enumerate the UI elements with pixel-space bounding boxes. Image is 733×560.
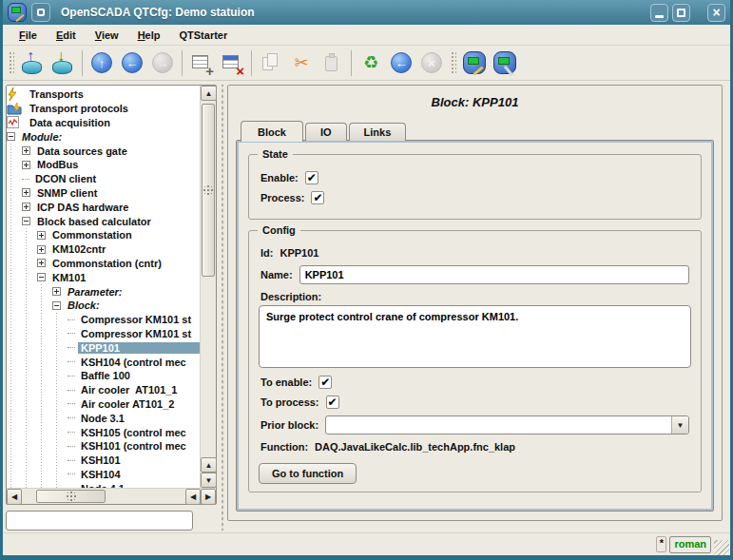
tree-item-icp-das-hardware[interactable]: ICP DAS hardware bbox=[7, 200, 200, 214]
tree-pane: TransportsTransport protocolsData acquis… bbox=[6, 85, 217, 531]
expand-icon[interactable] bbox=[22, 146, 30, 155]
titlebar[interactable]: OpenSCADA QTCfg: Demo statuion × bbox=[3, 0, 730, 25]
process-checkbox[interactable]: ✔ bbox=[311, 191, 324, 204]
expand-icon[interactable] bbox=[22, 188, 30, 197]
vscroll-track[interactable] bbox=[201, 101, 216, 457]
expand-icon[interactable] bbox=[52, 287, 61, 296]
user-badge[interactable]: roman bbox=[669, 536, 711, 553]
id-value: KPP101 bbox=[280, 247, 318, 259]
scroll-right-button[interactable]: ▶ bbox=[201, 489, 216, 505]
reload-page-button[interactable]: ← bbox=[387, 48, 415, 77]
tree-item-ksh105-control-mec[interactable]: KSH105 (control mec bbox=[7, 425, 200, 439]
tree-item-km102cntr[interactable]: KM102cntr bbox=[7, 242, 200, 257]
tree-item-kpp101[interactable]: KPP101 bbox=[7, 340, 200, 355]
refresh-button[interactable]: ♻ bbox=[357, 48, 385, 77]
tree-item-air-cooler-at101-2[interactable]: Air cooler AT101_2 bbox=[7, 397, 200, 412]
scroll-left-button[interactable]: ◀ bbox=[7, 489, 22, 505]
tree-item-snmp-client[interactable]: SNMP client bbox=[7, 186, 200, 201]
go-back-button[interactable]: ← bbox=[118, 48, 146, 77]
name-input[interactable] bbox=[299, 265, 689, 284]
chevron-down-icon[interactable]: ▼ bbox=[671, 416, 688, 434]
load-from-db-button[interactable]: ↑ bbox=[18, 48, 47, 77]
toolbar-handle[interactable] bbox=[450, 50, 456, 75]
tree-item-air-cooler-at101-1[interactable]: Air cooler AT101_1 bbox=[7, 383, 200, 397]
expand-icon[interactable] bbox=[22, 203, 30, 211]
tree-item-ksh101[interactable]: KSH101 bbox=[7, 454, 200, 468]
expand-icon[interactable] bbox=[22, 161, 30, 169]
menu-view[interactable]: View bbox=[87, 28, 127, 43]
tree-horizontal-scrollbar[interactable]: ◀ ◀ ▶ bbox=[7, 488, 216, 504]
enable-checkbox[interactable]: ✔ bbox=[305, 171, 318, 184]
qtcfg-configurator-2-button[interactable] bbox=[491, 48, 519, 77]
tab-io[interactable]: IO bbox=[305, 123, 347, 141]
to-process-checkbox[interactable]: ✔ bbox=[326, 396, 339, 409]
add-item-button[interactable]: + bbox=[187, 48, 216, 77]
scroll-left-button-2[interactable]: ◀ bbox=[185, 489, 201, 505]
collapse-icon[interactable] bbox=[37, 273, 46, 281]
save-to-db-button[interactable]: ↓ bbox=[48, 48, 77, 77]
tree-filter-input[interactable] bbox=[6, 511, 193, 531]
to-enable-label: To enable: bbox=[260, 377, 312, 388]
tree-item-commonstation-cntr[interactable]: Commonstation (cntr) bbox=[7, 257, 200, 271]
tree-item-baffle-100[interactable]: Baffle 100 bbox=[7, 369, 200, 383]
expand-icon[interactable] bbox=[37, 231, 46, 240]
tree-item-ksh104-control-mec[interactable]: KSH104 (control mec bbox=[7, 355, 200, 369]
prior-block-combobox[interactable]: ▼ bbox=[325, 415, 689, 434]
go-up-button[interactable]: ↑ bbox=[87, 48, 116, 77]
maximize-button[interactable] bbox=[672, 4, 690, 22]
tree-item-block[interactable]: Block: bbox=[7, 299, 200, 313]
resize-grip-icon[interactable] bbox=[714, 540, 729, 555]
description-textarea[interactable]: Surge protect control crane of compresso… bbox=[259, 305, 691, 368]
qtcfg-configurator-1-button[interactable] bbox=[460, 48, 489, 77]
collapse-icon[interactable] bbox=[7, 132, 15, 141]
tree-item-node-4-1[interactable]: Node 4.1 bbox=[7, 481, 200, 488]
tab-block[interactable]: Block bbox=[241, 121, 303, 142]
toolbar-handle[interactable] bbox=[8, 50, 14, 75]
go-back-icon: ← bbox=[119, 49, 145, 76]
to-enable-checkbox[interactable]: ✔ bbox=[318, 376, 332, 389]
minimize-button[interactable] bbox=[650, 4, 668, 22]
lightning-icon bbox=[7, 87, 22, 101]
delete-item-button[interactable]: × bbox=[218, 48, 246, 77]
tab-links[interactable]: Links bbox=[349, 123, 407, 141]
hscroll-thumb[interactable] bbox=[36, 490, 106, 503]
tree-item-parameter[interactable]: Parameter: bbox=[7, 284, 200, 299]
tree-item-data-sources-gate[interactable]: Data sources gate bbox=[7, 144, 200, 158]
menu-qtstarter[interactable]: QTStarter bbox=[171, 28, 237, 43]
vscroll-thumb[interactable] bbox=[202, 104, 215, 277]
tree-item-node-3-1[interactable]: Node 3.1 bbox=[7, 411, 200, 425]
tree-item-transport-protocols[interactable]: Transport protocols bbox=[7, 102, 200, 116]
window-menu-button[interactable] bbox=[31, 3, 50, 22]
tree-item-block-based-calculator[interactable]: Block based calculator bbox=[7, 214, 200, 228]
hscroll-track[interactable] bbox=[22, 489, 185, 504]
expand-icon[interactable] bbox=[37, 259, 46, 267]
collapse-icon[interactable] bbox=[52, 301, 61, 310]
tree-item-commonstation[interactable]: Commonstation bbox=[7, 228, 200, 242]
tree-item-compressor-km101-st[interactable]: Compressor KM101 st bbox=[7, 327, 200, 341]
menu-edit[interactable]: Edit bbox=[48, 28, 85, 43]
scroll-down-button[interactable]: ▼ bbox=[201, 473, 217, 488]
cut-item-button[interactable]: ✂ bbox=[287, 48, 316, 77]
tree-item-module[interactable]: Module: bbox=[7, 129, 200, 144]
go-to-function-button[interactable]: Go to function bbox=[259, 463, 357, 484]
menu-help[interactable]: Help bbox=[129, 28, 169, 43]
expand-icon[interactable] bbox=[37, 245, 46, 254]
tree-item-compressor-km101-st[interactable]: Compressor KM101 st bbox=[7, 313, 200, 327]
tree-item-ksh104[interactable]: KSH104 bbox=[7, 468, 200, 482]
tree-item-km101[interactable]: KM101 bbox=[7, 270, 200, 284]
tree-item-data-acquisition[interactable]: Data acquisition bbox=[7, 116, 200, 130]
tree-item-label: Parameter: bbox=[65, 286, 125, 298]
tree-item-label: Node 3.1 bbox=[78, 413, 127, 424]
splitter-handle[interactable] bbox=[217, 85, 227, 531]
tree-viewport: TransportsTransport protocolsData acquis… bbox=[7, 86, 200, 488]
tree-item-dcon-client[interactable]: DCON client bbox=[7, 172, 200, 186]
tree-item-ksh101-control-mec[interactable]: KSH101 (control mec bbox=[7, 439, 200, 454]
tree-vertical-scrollbar[interactable]: ▲ ▲ ▼ bbox=[200, 86, 216, 488]
tree-item-transports[interactable]: Transports bbox=[7, 87, 200, 102]
scroll-up-button[interactable]: ▲ bbox=[201, 86, 217, 101]
tree-item-modbus[interactable]: ModBus bbox=[7, 158, 200, 172]
collapse-icon[interactable] bbox=[22, 217, 30, 225]
scroll-up-button-2[interactable]: ▲ bbox=[201, 457, 217, 473]
menu-file[interactable]: File bbox=[10, 28, 46, 43]
close-button[interactable]: × bbox=[707, 4, 725, 22]
